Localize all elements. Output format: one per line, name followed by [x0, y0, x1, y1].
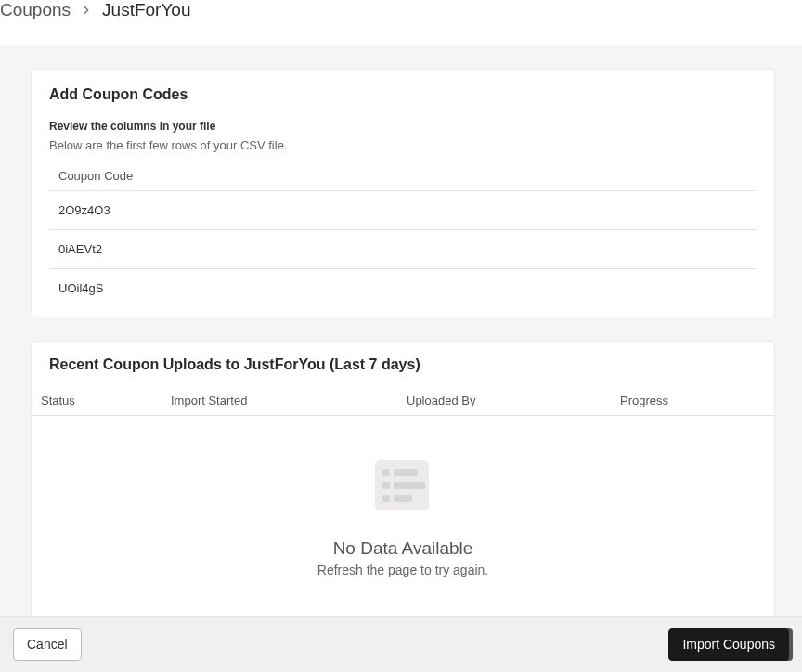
table-row: 0iAEVt2	[49, 230, 757, 269]
coupon-code-cell: UOil4gS	[49, 269, 757, 308]
empty-state: No Data Available Refresh the page to tr…	[32, 416, 774, 605]
svg-rect-6	[394, 495, 412, 502]
uploaded-by-column-header: Uploaded By	[407, 394, 620, 407]
chevron-right-icon	[80, 4, 93, 17]
breadcrumb-current: JustForYou	[102, 0, 190, 20]
add-coupon-codes-card: Add Coupon Codes Review the columns in y…	[31, 69, 775, 317]
footer-action-bar: Cancel Import Coupons	[0, 616, 802, 672]
empty-list-icon	[366, 453, 440, 522]
coupon-code-cell: 2O9z4O3	[49, 191, 757, 230]
table-row: 2O9z4O3	[49, 191, 757, 230]
uploads-table-header: Status Import Started Uploaded By Progre…	[32, 394, 774, 416]
breadcrumb: Coupons JustForYou	[0, 0, 802, 20]
svg-rect-2	[394, 469, 418, 476]
breadcrumb-parent[interactable]: Coupons	[0, 0, 71, 20]
cancel-button[interactable]: Cancel	[13, 628, 82, 661]
review-columns-description: Below are the first few rows of your CSV…	[49, 138, 757, 152]
recent-uploads-title: Recent Coupon Uploads to JustForYou (Las…	[32, 356, 774, 373]
page-header: Coupons JustForYou	[0, 0, 802, 45]
empty-state-subtitle: Refresh the page to try again.	[32, 562, 774, 577]
main-content: Add Coupon Codes Review the columns in y…	[0, 45, 802, 619]
svg-rect-4	[394, 482, 425, 489]
status-column-header: Status	[41, 394, 171, 407]
import-coupons-button[interactable]: Import Coupons	[668, 628, 789, 661]
svg-rect-5	[382, 495, 390, 502]
add-coupon-title: Add Coupon Codes	[49, 86, 757, 103]
coupon-code-cell: 0iAEVt2	[49, 230, 757, 269]
svg-rect-1	[382, 469, 390, 476]
coupon-code-column-header: Coupon Code	[49, 162, 757, 191]
empty-state-title: No Data Available	[32, 538, 774, 559]
progress-column-header: Progress	[620, 394, 765, 407]
svg-rect-3	[382, 482, 390, 489]
table-row: UOil4gS	[49, 269, 757, 308]
import-started-column-header: Import Started	[171, 394, 407, 407]
coupon-preview-table: Coupon Code 2O9z4O3 0iAEVt2 UOil4gS	[49, 162, 757, 307]
review-columns-heading: Review the columns in your file	[49, 120, 757, 133]
recent-uploads-card: Recent Coupon Uploads to JustForYou (Las…	[31, 341, 775, 619]
